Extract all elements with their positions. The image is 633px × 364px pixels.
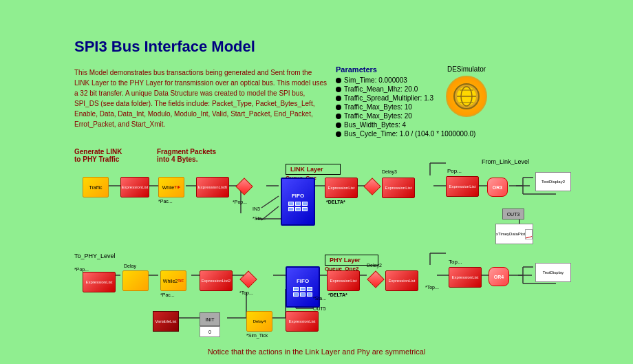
- bullet-4: [336, 114, 341, 119]
- to-phy-traffic-label: to PHY Traffic: [74, 156, 119, 163]
- delta2-label: *DELTA*: [328, 292, 347, 297]
- expression-list-1-block[interactable]: ExpressionList: [120, 177, 149, 197]
- delay3-label: Delay3: [382, 169, 397, 174]
- text-display2-block[interactable]: TextDisplay2: [535, 172, 571, 191]
- in3-label: IN3: [253, 206, 260, 211]
- pac-label-2: *Pac...: [160, 292, 175, 297]
- zero-block: 0: [200, 326, 220, 337]
- expression-list-pop2-block[interactable]: ExpressionList: [446, 176, 479, 197]
- expression-list-2-block[interactable]: ExpressionList2: [200, 270, 233, 291]
- notice-text: Notice that the actions in the Link Laye…: [0, 347, 633, 356]
- out5-label: OUT5: [313, 306, 326, 311]
- xtimey-data-plot-block[interactable]: xTimeyDataPlot: [495, 224, 533, 244]
- variable-list-block[interactable]: VariableList: [153, 311, 179, 332]
- to-phy-level-label: To_PHY_Level: [74, 253, 116, 259]
- out3-block[interactable]: OUT3: [502, 208, 524, 220]
- desimulator-panel: DESimulator: [446, 65, 487, 117]
- bullet-3: [336, 105, 341, 110]
- diamond-bottom-1-container: [239, 270, 257, 288]
- sim-tick-label: *Sim_Tick: [246, 333, 268, 338]
- init-block[interactable]: INIT: [200, 312, 220, 326]
- traffic-block[interactable]: Traffic: [83, 177, 109, 197]
- delta1-label: *DELTA*: [326, 200, 345, 204]
- page-title: SPI3 Bus Interface Model: [74, 38, 255, 56]
- pop-label-1: *Pop...: [233, 200, 247, 204]
- expression-list-5-block[interactable]: ExpressionList: [449, 267, 482, 288]
- expression-list-3-block[interactable]: ExpressionList: [286, 311, 319, 332]
- diamond-bottom-2-container: [367, 270, 385, 288]
- bullet-2: [336, 96, 341, 101]
- expression-list-phy-block[interactable]: ExpressionList: [327, 270, 360, 291]
- into-4-bytes-label: into 4 Bytes.: [157, 156, 197, 163]
- pop2-label: Pop...: [447, 168, 462, 174]
- top2-label: Top...: [449, 259, 462, 265]
- generate-link-label: Generate LINK: [74, 148, 122, 156]
- expression-list-4-block[interactable]: ExpressionList: [385, 270, 418, 291]
- bullet-0: [336, 78, 341, 83]
- delay1-label: Delay: [124, 264, 136, 268]
- bullet-1: [336, 87, 341, 92]
- expression-list-pop1-block[interactable]: ExpressionList: [382, 178, 415, 198]
- link-layer-label: LINK Layer: [286, 164, 341, 175]
- sta1-label: *Sta...: [253, 216, 266, 221]
- sta2-label: *Sta...: [313, 296, 326, 301]
- text-display-block[interactable]: TextDisplay: [535, 263, 571, 282]
- expression-list-6-block[interactable]: ExpressionList6: [196, 177, 229, 197]
- fifo1-block[interactable]: FIFO: [281, 178, 315, 226]
- param-6: Bus_Cycle_Time: 1.0 / (104.0 * 1000000.0…: [336, 130, 475, 138]
- delay1-block[interactable]: [122, 270, 149, 291]
- while2-block[interactable]: While2 T/F: [160, 270, 186, 291]
- svg-line-13: [261, 196, 279, 208]
- delay4-block[interactable]: Delay4: [246, 311, 272, 332]
- expression-list-delta-block[interactable]: ExpressionList: [325, 178, 358, 198]
- desimulator-label: DESimulator: [447, 65, 486, 73]
- pop-label-bottom: *Pop...: [74, 267, 89, 272]
- fragment-packets-label: Fragment Packets: [157, 148, 216, 156]
- or4-block[interactable]: OR4: [489, 267, 509, 286]
- top-label-1: *Top...: [239, 290, 253, 295]
- description-text: This Model demonstrates bus transactions…: [74, 67, 329, 129]
- delay2-label: Delay2: [367, 263, 382, 268]
- bullet-6: [336, 131, 341, 137]
- top3-label: *Top...: [425, 285, 439, 290]
- fifo2-block[interactable]: FIFO: [286, 266, 320, 308]
- pac-label-1: *Pac...: [158, 199, 173, 204]
- diamond-2-container: [363, 178, 381, 195]
- desimulator-icon: [446, 76, 487, 117]
- while1-block[interactable]: While T/F: [158, 177, 184, 197]
- or3-block[interactable]: OR3: [487, 178, 508, 197]
- expression-list-bottom-1-block[interactable]: ExpressionList: [83, 272, 116, 292]
- param-5: Bus_Width_Bytes: 4: [336, 121, 475, 129]
- from-link-level-label: From_Link_Level: [482, 158, 529, 165]
- diamond-1-container: [235, 178, 253, 195]
- bullet-5: [336, 122, 341, 128]
